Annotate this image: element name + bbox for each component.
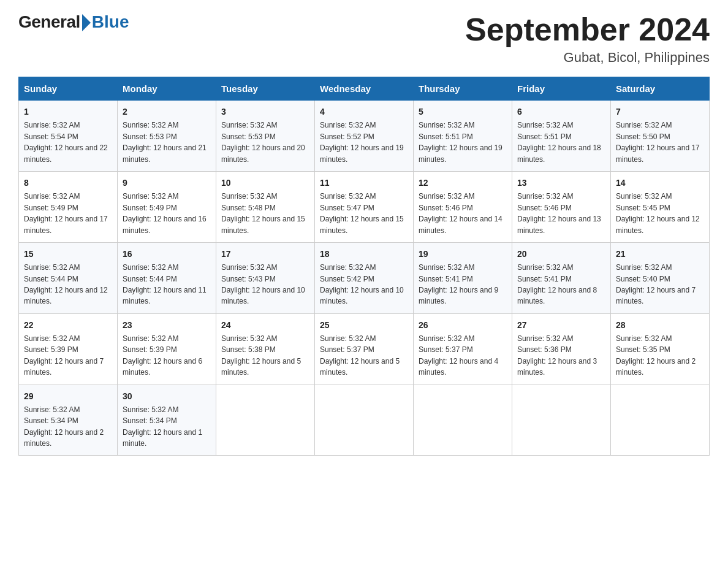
day-number: 11 xyxy=(320,177,408,189)
table-row: 21Sunrise: 5:32 AMSunset: 5:40 PMDayligh… xyxy=(611,242,710,313)
table-row xyxy=(414,385,512,456)
table-row xyxy=(611,385,710,456)
table-row: 15Sunrise: 5:32 AMSunset: 5:44 PMDayligh… xyxy=(19,242,118,313)
title-block: September 2024 Gubat, Bicol, Philippines xyxy=(465,12,710,66)
table-row: 22Sunrise: 5:32 AMSunset: 5:39 PMDayligh… xyxy=(19,313,118,385)
table-row: 28Sunrise: 5:32 AMSunset: 5:35 PMDayligh… xyxy=(611,313,710,385)
header-thursday: Thursday xyxy=(414,77,512,101)
table-row: 2Sunrise: 5:32 AMSunset: 5:53 PMDaylight… xyxy=(118,101,216,172)
day-info: Sunrise: 5:32 AMSunset: 5:51 PMDaylight:… xyxy=(517,121,601,163)
day-number: 1 xyxy=(24,105,112,118)
day-number: 27 xyxy=(517,319,605,331)
calendar-week-row: 8Sunrise: 5:32 AMSunset: 5:49 PMDaylight… xyxy=(19,172,710,243)
location-title: Gubat, Bicol, Philippines xyxy=(465,50,710,66)
day-info: Sunrise: 5:32 AMSunset: 5:43 PMDaylight:… xyxy=(221,263,305,305)
table-row xyxy=(315,385,414,456)
calendar-week-row: 15Sunrise: 5:32 AMSunset: 5:44 PMDayligh… xyxy=(19,242,710,313)
table-row: 19Sunrise: 5:32 AMSunset: 5:41 PMDayligh… xyxy=(414,242,512,313)
calendar-table: SundayMondayTuesdayWednesdayThursdayFrid… xyxy=(18,77,710,456)
day-number: 7 xyxy=(616,105,704,118)
day-info: Sunrise: 5:32 AMSunset: 5:36 PMDaylight:… xyxy=(517,334,597,377)
day-info: Sunrise: 5:32 AMSunset: 5:35 PMDaylight:… xyxy=(616,334,696,377)
table-row: 3Sunrise: 5:32 AMSunset: 5:53 PMDaylight… xyxy=(216,101,315,172)
day-number: 15 xyxy=(24,248,112,260)
calendar-header-row: SundayMondayTuesdayWednesdayThursdayFrid… xyxy=(19,77,710,101)
logo-general-text: General xyxy=(18,12,80,32)
day-number: 3 xyxy=(221,105,309,118)
calendar-week-row: 1Sunrise: 5:32 AMSunset: 5:54 PMDaylight… xyxy=(19,101,710,172)
table-row: 6Sunrise: 5:32 AMSunset: 5:51 PMDaylight… xyxy=(512,101,611,172)
logo-blue-text: Blue xyxy=(92,12,129,32)
table-row: 9Sunrise: 5:32 AMSunset: 5:49 PMDaylight… xyxy=(118,172,216,243)
day-number: 6 xyxy=(517,105,605,118)
header-friday: Friday xyxy=(512,77,611,101)
month-title: September 2024 xyxy=(465,12,710,47)
table-row: 12Sunrise: 5:32 AMSunset: 5:46 PMDayligh… xyxy=(414,172,512,243)
table-row: 16Sunrise: 5:32 AMSunset: 5:44 PMDayligh… xyxy=(118,242,216,313)
header-monday: Monday xyxy=(118,77,216,101)
day-number: 18 xyxy=(320,248,408,260)
day-info: Sunrise: 5:32 AMSunset: 5:51 PMDaylight:… xyxy=(419,121,502,163)
day-number: 30 xyxy=(123,390,211,402)
table-row: 8Sunrise: 5:32 AMSunset: 5:49 PMDaylight… xyxy=(19,172,118,243)
page-header: General Blue September 2024 Gubat, Bicol… xyxy=(18,12,710,66)
day-number: 13 xyxy=(517,177,605,189)
table-row: 4Sunrise: 5:32 AMSunset: 5:52 PMDaylight… xyxy=(315,101,414,172)
day-info: Sunrise: 5:32 AMSunset: 5:46 PMDaylight:… xyxy=(517,192,601,234)
day-info: Sunrise: 5:32 AMSunset: 5:39 PMDaylight:… xyxy=(123,334,202,377)
day-number: 26 xyxy=(419,319,507,331)
header-wednesday: Wednesday xyxy=(315,77,414,101)
logo-triangle-icon xyxy=(82,14,91,31)
day-info: Sunrise: 5:32 AMSunset: 5:37 PMDaylight:… xyxy=(419,334,498,377)
day-info: Sunrise: 5:32 AMSunset: 5:49 PMDaylight:… xyxy=(123,192,207,234)
day-info: Sunrise: 5:32 AMSunset: 5:53 PMDaylight:… xyxy=(221,121,305,163)
table-row: 30Sunrise: 5:32 AMSunset: 5:34 PMDayligh… xyxy=(118,385,216,456)
header-sunday: Sunday xyxy=(19,77,118,101)
header-tuesday: Tuesday xyxy=(216,77,315,101)
day-info: Sunrise: 5:32 AMSunset: 5:41 PMDaylight:… xyxy=(517,263,597,305)
day-number: 24 xyxy=(221,319,309,331)
table-row: 27Sunrise: 5:32 AMSunset: 5:36 PMDayligh… xyxy=(512,313,611,385)
table-row: 26Sunrise: 5:32 AMSunset: 5:37 PMDayligh… xyxy=(414,313,512,385)
table-row: 25Sunrise: 5:32 AMSunset: 5:37 PMDayligh… xyxy=(315,313,414,385)
day-info: Sunrise: 5:32 AMSunset: 5:42 PMDaylight:… xyxy=(320,263,404,305)
table-row xyxy=(512,385,611,456)
day-info: Sunrise: 5:32 AMSunset: 5:50 PMDaylight:… xyxy=(616,121,700,163)
day-number: 8 xyxy=(24,177,112,189)
table-row: 14Sunrise: 5:32 AMSunset: 5:45 PMDayligh… xyxy=(611,172,710,243)
table-row: 7Sunrise: 5:32 AMSunset: 5:50 PMDaylight… xyxy=(611,101,710,172)
day-number: 22 xyxy=(24,319,112,331)
table-row xyxy=(216,385,315,456)
day-number: 10 xyxy=(221,177,309,189)
day-number: 29 xyxy=(24,390,112,402)
table-row: 1Sunrise: 5:32 AMSunset: 5:54 PMDaylight… xyxy=(19,101,118,172)
day-info: Sunrise: 5:32 AMSunset: 5:34 PMDaylight:… xyxy=(24,405,104,448)
table-row: 10Sunrise: 5:32 AMSunset: 5:48 PMDayligh… xyxy=(216,172,315,243)
day-number: 28 xyxy=(616,319,704,331)
logo: General Blue xyxy=(18,12,129,32)
day-info: Sunrise: 5:32 AMSunset: 5:38 PMDaylight:… xyxy=(221,334,301,377)
table-row: 23Sunrise: 5:32 AMSunset: 5:39 PMDayligh… xyxy=(118,313,216,385)
day-info: Sunrise: 5:32 AMSunset: 5:48 PMDaylight:… xyxy=(221,192,305,234)
day-number: 14 xyxy=(616,177,704,189)
table-row: 20Sunrise: 5:32 AMSunset: 5:41 PMDayligh… xyxy=(512,242,611,313)
table-row: 5Sunrise: 5:32 AMSunset: 5:51 PMDaylight… xyxy=(414,101,512,172)
day-number: 21 xyxy=(616,248,704,260)
day-info: Sunrise: 5:32 AMSunset: 5:47 PMDaylight:… xyxy=(320,192,404,234)
table-row: 11Sunrise: 5:32 AMSunset: 5:47 PMDayligh… xyxy=(315,172,414,243)
day-number: 25 xyxy=(320,319,408,331)
header-saturday: Saturday xyxy=(611,77,710,101)
day-number: 4 xyxy=(320,105,408,118)
day-info: Sunrise: 5:32 AMSunset: 5:54 PMDaylight:… xyxy=(24,121,108,163)
day-info: Sunrise: 5:32 AMSunset: 5:34 PMDaylight:… xyxy=(123,405,202,448)
day-info: Sunrise: 5:32 AMSunset: 5:45 PMDaylight:… xyxy=(616,192,700,234)
calendar-week-row: 29Sunrise: 5:32 AMSunset: 5:34 PMDayligh… xyxy=(19,385,710,456)
table-row: 24Sunrise: 5:32 AMSunset: 5:38 PMDayligh… xyxy=(216,313,315,385)
day-info: Sunrise: 5:32 AMSunset: 5:44 PMDaylight:… xyxy=(123,263,207,305)
table-row: 18Sunrise: 5:32 AMSunset: 5:42 PMDayligh… xyxy=(315,242,414,313)
day-number: 2 xyxy=(123,105,211,118)
table-row: 17Sunrise: 5:32 AMSunset: 5:43 PMDayligh… xyxy=(216,242,315,313)
day-info: Sunrise: 5:32 AMSunset: 5:41 PMDaylight:… xyxy=(419,263,498,305)
day-number: 9 xyxy=(123,177,211,189)
table-row: 13Sunrise: 5:32 AMSunset: 5:46 PMDayligh… xyxy=(512,172,611,243)
